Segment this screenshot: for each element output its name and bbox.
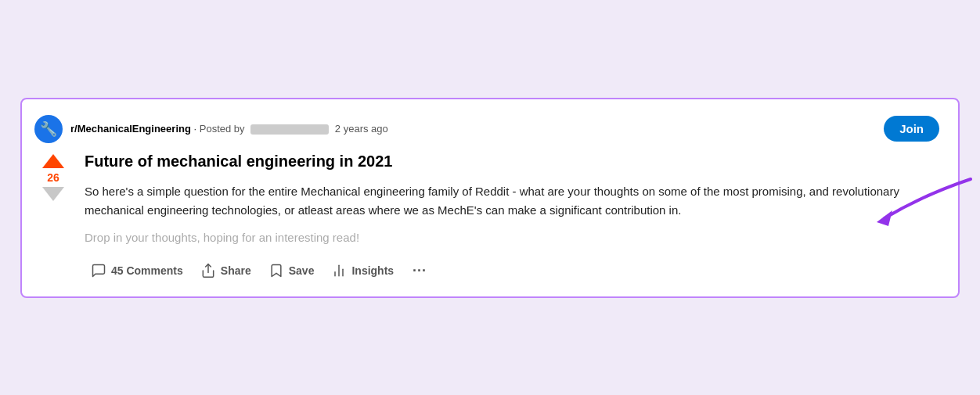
share-label: Share xyxy=(221,264,251,277)
insights-button[interactable]: Insights xyxy=(325,258,400,283)
upvote-arrow-icon xyxy=(42,154,64,168)
subreddit-name[interactable]: r/MechanicalEngineering xyxy=(70,123,191,135)
join-button[interactable]: Join xyxy=(884,116,939,142)
time-ago: 2 years ago xyxy=(335,123,388,135)
username xyxy=(250,124,329,135)
comments-button[interactable]: 45 Comments xyxy=(85,258,189,283)
post-card: 🔧 r/MechanicalEngineering · Posted by 2 … xyxy=(20,98,960,298)
vote-count: 26 xyxy=(47,171,59,184)
comments-label: 45 Comments xyxy=(111,264,183,277)
post-subtext: Drop in your thoughts, hoping for an int… xyxy=(85,231,939,244)
more-options-button[interactable]: ··· xyxy=(405,258,434,284)
post-title: Future of mechanical engineering in 2021 xyxy=(85,151,939,171)
save-icon xyxy=(268,263,284,278)
post-body: Future of mechanical engineering in 2021… xyxy=(85,151,939,284)
insights-label: Insights xyxy=(351,264,394,277)
actions-row: 45 Comments Share xyxy=(85,258,939,284)
main-content: 26 Future of mechanical engineering in 2… xyxy=(34,151,939,284)
vote-column: 26 xyxy=(34,151,72,284)
insights-icon xyxy=(331,263,347,278)
share-icon xyxy=(200,263,216,278)
post-header: 🔧 r/MechanicalEngineering · Posted by 2 … xyxy=(34,115,939,143)
subreddit-icon: 🔧 xyxy=(34,115,63,143)
downvote-button[interactable] xyxy=(42,187,64,201)
comments-icon xyxy=(91,263,106,278)
separator: · xyxy=(194,123,197,135)
share-button[interactable]: Share xyxy=(194,258,258,283)
posted-by-label: Posted by xyxy=(200,123,245,135)
header-meta: r/MechanicalEngineering · Posted by 2 ye… xyxy=(70,123,388,135)
save-button[interactable]: Save xyxy=(262,258,321,283)
header-left: 🔧 r/MechanicalEngineering · Posted by 2 … xyxy=(34,115,388,143)
downvote-arrow-icon xyxy=(42,187,64,201)
upvote-button[interactable] xyxy=(42,154,64,168)
save-label: Save xyxy=(289,264,315,277)
post-text: So here's a simple question for the enti… xyxy=(85,182,939,220)
